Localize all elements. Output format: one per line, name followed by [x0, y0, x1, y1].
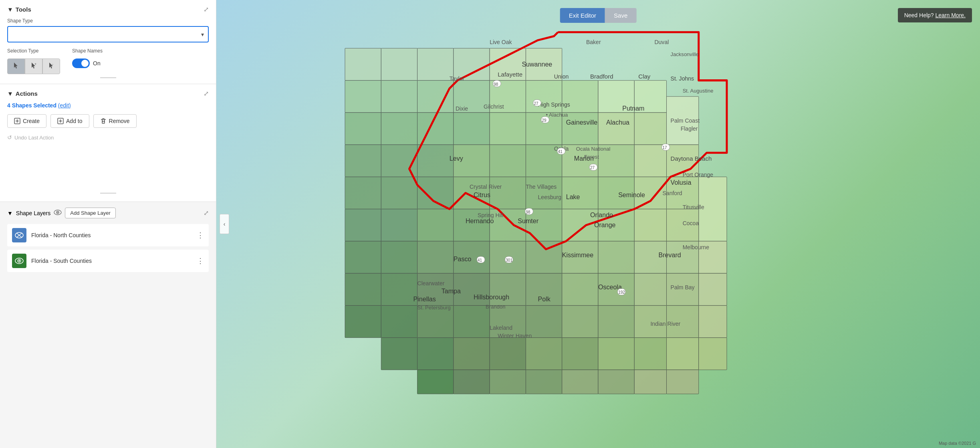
- svg-rect-44: [345, 145, 381, 177]
- layers-visibility-toggle[interactable]: [54, 210, 62, 217]
- selection-btn-single[interactable]: [7, 59, 25, 74]
- route-98-2: 98: [526, 210, 530, 214]
- save-button[interactable]: Save: [605, 8, 636, 23]
- svg-rect-100: [454, 305, 490, 337]
- toggle-row: On: [72, 59, 103, 68]
- county-label-gilchrist: Gilchrist: [484, 103, 504, 110]
- action-buttons: Create Add to Remove: [7, 114, 209, 128]
- svg-rect-96: [699, 273, 727, 305]
- layer-north-icon: [12, 228, 26, 242]
- county-label-staugustine: St. Augustine: [683, 88, 714, 94]
- layer-item: Florida - South Counties ⋮: [7, 250, 209, 272]
- county-label-tampa: Tampa: [442, 287, 461, 295]
- county-label-titusville: Titusville: [683, 204, 704, 210]
- shape-type-select[interactable]: Select an Option Rectangle Circle Polygo…: [7, 26, 209, 42]
- tools-collapse-icon[interactable]: ▼: [7, 6, 13, 13]
- shape-names-toggle-label: On: [93, 60, 101, 67]
- edit-link[interactable]: (edit): [58, 102, 71, 109]
- county-label-forest: Forest: [584, 154, 599, 160]
- remove-button[interactable]: Remove: [93, 114, 137, 128]
- selection-btn-remove[interactable]: -: [42, 59, 60, 74]
- shape-type-dropdown-wrapper: Select an Option Rectangle Circle Polygo…: [7, 26, 209, 42]
- undo-action[interactable]: ↺ Undo Last Action: [7, 133, 209, 142]
- svg-rect-41: [598, 113, 634, 145]
- county-label-putnam: Putnam: [622, 105, 644, 112]
- svg-rect-97: [345, 305, 381, 337]
- svg-rect-109: [417, 338, 454, 370]
- undo-label: Undo Last Action: [14, 135, 54, 141]
- svg-rect-120: [490, 370, 526, 394]
- create-button[interactable]: Create: [7, 114, 46, 128]
- actions-header: ▼ Actions ⤢: [7, 90, 209, 97]
- county-label-crystalriver: Crystal River: [470, 184, 502, 190]
- selection-btn-group: + -: [7, 59, 60, 74]
- actions-section: ▼ Actions ⤢ 4 Shapes Selected (edit) Cre…: [0, 84, 216, 202]
- layers-collapse-icon[interactable]: ▼: [7, 210, 13, 216]
- svg-rect-77: [417, 241, 454, 273]
- county-label-lake: Lake: [566, 193, 580, 200]
- route-29: 29: [542, 118, 547, 123]
- county-label-levy: Levy: [450, 155, 463, 162]
- svg-rect-111: [490, 338, 526, 370]
- exit-editor-button[interactable]: Exit Editor: [560, 8, 605, 23]
- shape-names-toggle[interactable]: [72, 59, 90, 68]
- county-label-duval: Duval: [654, 39, 669, 45]
- svg-rect-112: [526, 338, 562, 370]
- svg-rect-67: [417, 209, 454, 241]
- layers-section: ▼ Shape Layers Add Shape Layer ⤢: [0, 202, 216, 448]
- tools-popout-icon[interactable]: ⤢: [204, 6, 209, 13]
- svg-rect-125: [667, 370, 699, 394]
- svg-rect-87: [381, 273, 417, 305]
- svg-rect-19: [345, 48, 381, 80]
- svg-point-12: [57, 212, 58, 213]
- svg-rect-98: [381, 305, 417, 337]
- svg-rect-73: [634, 209, 666, 241]
- add-to-button[interactable]: Add to: [50, 114, 89, 128]
- tools-divider: [100, 77, 116, 78]
- county-label-alachua-name: Alachua: [606, 119, 629, 126]
- svg-rect-119: [454, 370, 490, 394]
- county-label-jacksonville: Jacksonville: [671, 51, 699, 57]
- svg-rect-117: [699, 338, 727, 370]
- add-shape-layer-button[interactable]: Add Shape Layer: [65, 208, 115, 218]
- layers-popout-icon[interactable]: ⤢: [204, 209, 209, 217]
- route-27: 27: [534, 101, 538, 106]
- nav-arrow[interactable]: ‹: [220, 214, 229, 234]
- layer-south-icon: [12, 254, 26, 268]
- layer-south-menu[interactable]: ⋮: [197, 257, 204, 264]
- county-label-polk: Polk: [538, 295, 551, 303]
- county-label-palmcoast: Palm Coast: [671, 117, 700, 124]
- county-label-stjohns: St. Johns: [671, 75, 694, 82]
- selection-row: Selection Type + - Shape Names: [7, 48, 209, 74]
- county-label-kissimmee: Kissimmee: [562, 251, 594, 258]
- selection-btn-add[interactable]: +: [25, 59, 42, 74]
- route-301: 301: [506, 258, 512, 262]
- svg-rect-65: [345, 209, 381, 241]
- svg-rect-42: [634, 113, 666, 145]
- county-label-clearwater: Clearwater: [417, 280, 445, 287]
- help-text: Need Help?: [904, 12, 934, 18]
- svg-text:+: +: [34, 62, 36, 66]
- route-27-2: 27: [590, 165, 595, 170]
- county-label-lakeland: Lakeland: [490, 325, 512, 331]
- county-label-clay: Clay: [638, 73, 651, 80]
- shapes-selected-text: 4 Shapes Selected (edit): [7, 102, 209, 109]
- svg-rect-52: [634, 145, 666, 177]
- map-area[interactable]: Exit Editor Save Need Help? Learn More. …: [216, 0, 980, 448]
- svg-rect-54: [345, 177, 381, 209]
- learn-more-link[interactable]: Learn More.: [936, 12, 966, 18]
- svg-rect-35: [381, 113, 417, 145]
- layer-north-menu[interactable]: ⋮: [197, 232, 204, 239]
- county-label-sanford: Sanford: [663, 190, 682, 196]
- actions-title: ▼ Actions: [7, 90, 38, 97]
- svg-rect-86: [345, 273, 381, 305]
- actions-popout-icon[interactable]: ⤢: [204, 90, 209, 97]
- layers-actions: Add Shape Layer: [54, 208, 115, 218]
- county-label-hernando: Hernando: [466, 217, 494, 224]
- svg-rect-27: [417, 81, 454, 113]
- help-box: Need Help? Learn More.: [898, 8, 972, 22]
- svg-rect-116: [667, 338, 699, 370]
- svg-rect-114: [598, 338, 634, 370]
- actions-collapse-icon[interactable]: ▼: [7, 90, 13, 97]
- svg-rect-122: [562, 370, 598, 394]
